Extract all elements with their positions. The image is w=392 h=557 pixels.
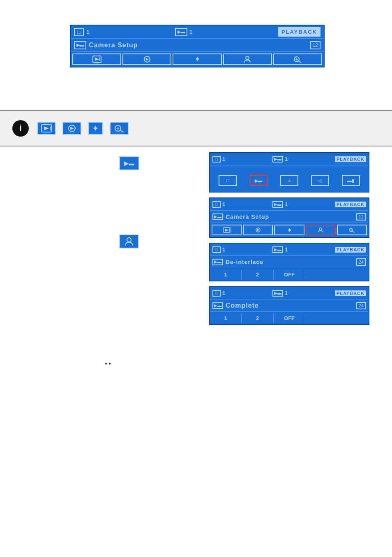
di-title-text: De-interlace	[226, 259, 263, 265]
comp-opt-off[interactable]: OFF	[274, 313, 305, 323]
comp-opt-2[interactable]: 2	[242, 313, 273, 323]
person-standalone-icon	[119, 234, 139, 248]
cs-title-film-icon: ▶▬	[212, 214, 223, 220]
comp-options-row: 1 2 OFF	[210, 312, 369, 324]
comp-page-num: 24	[356, 302, 366, 309]
screen-complete: □ 1 ▶▬ 1 PLAYBACK ▶▬ Complete 24 1 2 OFF	[209, 286, 369, 325]
screen-title-row: ▶▬ Camera Setup 12	[71, 39, 324, 52]
cs-title-text: Camera Setup	[226, 214, 269, 220]
slot-number: 1	[86, 29, 90, 35]
svg-point-5	[246, 56, 249, 60]
tab-search-plus[interactable]	[273, 53, 322, 65]
comp-title-row: ▶▬ Complete 24	[210, 299, 369, 312]
cs-tab-person-selected[interactable]	[306, 225, 336, 235]
cs-tab-gear[interactable]: ✦	[274, 225, 304, 235]
di-page-num: 24	[356, 258, 366, 266]
cv-icon	[143, 56, 152, 63]
comp-playback-badge: PLAYBACK	[335, 290, 366, 296]
cs-playback-badge: PLAYBACK	[335, 202, 366, 207]
info-search-plus-icon	[110, 122, 129, 135]
tab-gear[interactable]: ✦	[173, 53, 221, 65]
top-screen: □ 1 ▶▬ 1 PLAYBACK ▶▬ Camera Setup 12 ✦	[70, 25, 325, 67]
person-icon	[243, 56, 252, 63]
left-person-icon-block	[119, 234, 139, 248]
menu-video-tab[interactable]: ▬▮	[342, 175, 360, 186]
tab-person[interactable]	[223, 53, 272, 65]
cs-tabs-row: ✦	[210, 223, 369, 237]
menu-audio-tab[interactable]: ◁:	[311, 175, 329, 186]
cs-tab-search-plus[interactable]	[337, 225, 367, 235]
comp-opt-1[interactable]: 1	[210, 313, 242, 323]
di-header: □ 1 ▶▬ 1 PLAYBACK	[210, 244, 369, 256]
info-icons-group: ✦	[37, 122, 129, 135]
menu-playback-badge: PLAYBACK	[335, 156, 366, 162]
comp-title-film-icon: ▶▬	[212, 302, 223, 309]
av-small-icon	[41, 124, 52, 132]
cs-film-num: 1	[285, 201, 288, 207]
camera-setup-title: Camera Setup	[89, 42, 138, 49]
tab-icons-row-top: ✦	[71, 52, 324, 67]
menu-film-icon: ▶▬	[272, 156, 283, 162]
film-icon-row2: ▶▬	[74, 41, 86, 49]
cs-tab-av[interactable]	[212, 225, 242, 235]
cs-tab-cv[interactable]	[243, 225, 273, 235]
svg-line-7	[298, 61, 301, 63]
svg-marker-11	[44, 126, 49, 130]
svg-point-25	[319, 228, 322, 230]
di-opt-2[interactable]: 2	[242, 270, 273, 279]
search-plus-small-icon	[114, 124, 125, 132]
menu-icon-row: □ ▶▬ ≡ ◁: ▬▮	[210, 174, 369, 188]
info-av-icon	[37, 122, 56, 135]
svg-marker-14	[70, 127, 74, 130]
screen-deinterlace: □ 1 ▶▬ 1 PLAYBACK ▶▬ De-interlace 24 1 2…	[209, 243, 369, 281]
di-opt-1[interactable]: 1	[210, 270, 242, 279]
right-column: □ 1 ▶▬ 1 PLAYBACK □ ▶▬ ≡ ◁: ▬▮ □ 1	[209, 152, 369, 325]
di-options-row: 1 2 OFF	[210, 268, 369, 281]
screen-header-row: □ 1 ▶▬ 1 PLAYBACK	[71, 26, 324, 39]
search-plus-icon	[293, 56, 302, 63]
menu-cam-icon: □	[212, 156, 221, 162]
menu-list-tab[interactable]: ≡	[280, 175, 298, 186]
comp-cam-icon: □	[212, 290, 221, 297]
cs-film-icon: ▶▬	[272, 201, 283, 208]
menu-num1: 1	[222, 156, 225, 162]
comp-film-num: 1	[285, 290, 288, 296]
menu-film-tab[interactable]: ▶▬	[249, 175, 267, 186]
svg-marker-24	[257, 229, 260, 231]
di-opt-off[interactable]: OFF	[274, 270, 305, 279]
info-circle-icon: i	[12, 120, 29, 137]
cs-page-num: 12	[356, 213, 366, 220]
svg-marker-1	[95, 58, 99, 61]
screen-menu: □ 1 ▶▬ 1 PLAYBACK □ ▶▬ ≡ ◁: ▬▮	[209, 152, 369, 193]
playback-badge-top: PLAYBACK	[278, 27, 321, 37]
tab-av[interactable]	[72, 53, 121, 65]
di-num1: 1	[222, 246, 225, 253]
page-number-top: 12	[310, 41, 321, 49]
di-playback-badge: PLAYBACK	[335, 247, 366, 253]
comp-header: □ 1 ▶▬ 1 PLAYBACK	[210, 287, 369, 299]
svg-marker-21	[225, 229, 228, 232]
cam-setup-header: □ 1 ▶▬ 1 PLAYBACK	[210, 198, 369, 211]
di-title-film-icon: ▶▬	[212, 259, 223, 265]
film-standalone-icon: ▶▬	[119, 156, 139, 170]
menu-header: □ 1 ▶▬ 1 PLAYBACK	[210, 153, 369, 165]
tab-cv[interactable]	[122, 53, 171, 65]
di-film-icon: ▶▬	[272, 246, 283, 253]
cs-title-row: ▶▬ Camera Setup 12	[210, 211, 369, 223]
svg-line-16	[120, 130, 124, 132]
cs-num1: 1	[222, 201, 225, 207]
camera-icon: □	[74, 28, 84, 36]
av-icon	[92, 56, 101, 63]
info-cv-icon	[62, 122, 81, 135]
screen-camera-setup: □ 1 ▶▬ 1 PLAYBACK ▶▬ Camera Setup 12 ✦	[209, 197, 369, 238]
info-gear-icon: ✦	[88, 122, 103, 135]
di-title-row: ▶▬ De-interlace 24	[210, 256, 369, 268]
complete-title-text: Complete	[226, 302, 259, 309]
menu-cam-tab[interactable]: □	[219, 175, 237, 186]
menu-film-num: 1	[285, 156, 288, 162]
comp-num1: 1	[222, 290, 225, 296]
cs-cam-icon: □	[212, 201, 221, 208]
di-film-num: 1	[285, 246, 288, 253]
film-number-top: 1	[189, 29, 192, 35]
person-big-icon	[123, 237, 135, 246]
